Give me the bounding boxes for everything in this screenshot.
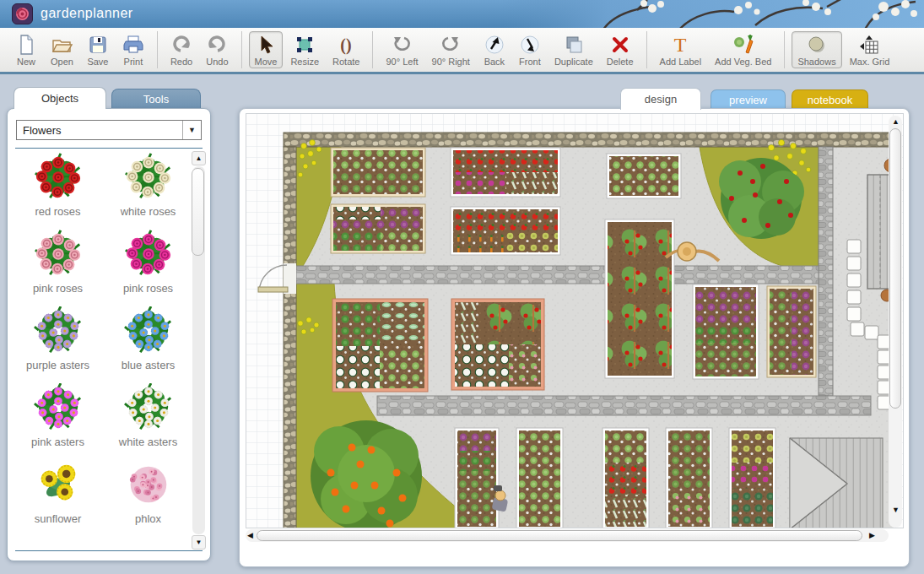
canvas-vertical-scrollbar[interactable]: ▲ ▼ (889, 116, 902, 528)
chevron-down-icon[interactable]: ▼ (182, 121, 201, 139)
rotate-90-left-button[interactable]: 90° Left (380, 31, 424, 68)
toolbar-item-label: Save (87, 57, 109, 67)
duplicate-button[interactable]: Duplicate (548, 31, 599, 68)
plant-item-red-roses[interactable]: red roses (13, 151, 103, 228)
plant-item-pink-roses[interactable]: pink roses (13, 228, 103, 305)
max-grid-button[interactable]: Max. Grid (844, 31, 896, 68)
veg-bed-icon (715, 34, 771, 56)
scroll-left-icon[interactable]: ◀ (247, 530, 253, 541)
toolbar-divider (157, 31, 158, 68)
toolbar-item-label: Add Veg. Bed (715, 57, 771, 67)
veg-bed[interactable] (331, 204, 425, 253)
veg-bed[interactable] (516, 428, 563, 528)
sidebar-scrollbar[interactable]: ▲ ▼ (192, 151, 206, 550)
plant-item-purple-asters[interactable]: purple asters (13, 305, 103, 382)
redo-arrow-icon (170, 34, 192, 56)
veg-bed[interactable] (693, 284, 759, 379)
design-canvas-panel: ▲ ▼ ◀ ▶ (239, 108, 910, 567)
category-dropdown[interactable]: Flowers ▼ (16, 120, 202, 140)
rotate-left-icon (386, 34, 418, 56)
plant-item-dandelion-partial[interactable] (103, 535, 193, 548)
back-button[interactable]: Back (478, 31, 511, 68)
rotate-button[interactable]: ()Rotate (327, 31, 365, 68)
grass-partial-icon (13, 535, 103, 548)
toolbar-item-label: 90° Right (432, 57, 470, 67)
delete-button[interactable]: Delete (601, 31, 640, 68)
shadows-button[interactable]: Shadows (792, 31, 841, 68)
plant-item-blue-asters[interactable]: blue asters (103, 305, 193, 382)
toolbar-item-label: Move (255, 57, 278, 67)
tab-tools[interactable]: Tools (111, 89, 201, 109)
veg-bed[interactable] (451, 299, 544, 390)
scroll-down-icon[interactable]: ▼ (192, 535, 206, 550)
plant-item-white-asters[interactable]: white asters (103, 382, 193, 458)
app-title: gardenplanner (41, 6, 133, 21)
dandelion-partial-icon (103, 535, 193, 548)
plant-item-white-roses[interactable]: white roses (103, 151, 193, 228)
veg-bed[interactable] (767, 286, 816, 377)
add-label-button[interactable]: TAdd Label (654, 31, 708, 68)
move-cursor-icon (255, 34, 278, 56)
scroll-right-icon[interactable]: ▶ (869, 530, 875, 541)
redo-button[interactable]: Redo (165, 31, 198, 68)
plant-item-sunflower[interactable]: sunflower (13, 458, 103, 535)
plant-item-label: white asters (103, 436, 193, 448)
tab-objects[interactable]: Objects (14, 87, 106, 109)
scroll-up-icon[interactable]: ▲ (892, 116, 900, 127)
plant-item-list: red roses white roses (13, 151, 193, 548)
rotate-icon: () (332, 34, 359, 56)
blue-asters-icon (103, 305, 193, 357)
print-button[interactable]: Print (116, 31, 150, 68)
tab-design[interactable]: design (620, 88, 701, 110)
front-button[interactable]: Front (513, 31, 547, 68)
toolbar-item-label: Add Label (660, 57, 702, 67)
veg-bed[interactable] (666, 428, 712, 528)
plant-item-pink-asters[interactable]: pink asters (13, 382, 103, 458)
toolbar-group: NewOpenSavePrint (8, 30, 151, 70)
plant-item-label: purple asters (13, 359, 103, 371)
veg-bed[interactable] (607, 154, 681, 198)
toolbar-divider (372, 31, 373, 68)
plant-item-label: pink asters (13, 436, 103, 448)
scrollbar-thumb[interactable] (192, 168, 204, 256)
move-button[interactable]: Move (249, 31, 284, 68)
tab-preview[interactable]: preview (711, 89, 786, 110)
sunflower-icon (13, 458, 103, 511)
red-roses-icon (13, 151, 103, 203)
toolbar-item-label: Max. Grid (850, 57, 890, 67)
veg-bed[interactable] (332, 299, 428, 392)
max-grid-icon (850, 34, 890, 56)
canvas-horizontal-scrollbar[interactable]: ◀ ▶ (246, 529, 889, 542)
veg-bed[interactable] (451, 148, 560, 197)
title-bar: gardenplanner (0, 0, 924, 28)
text-label-icon: T (660, 34, 702, 56)
garden-shed[interactable] (790, 438, 883, 528)
plant-item-phlox[interactable]: phlox (103, 458, 193, 535)
scroll-up-icon[interactable]: ▲ (192, 151, 206, 165)
toolbar-group: ShadowsMax. Grid (791, 30, 896, 70)
undo-button[interactable]: Undo (200, 31, 234, 68)
orange-tree[interactable] (311, 420, 422, 528)
plant-item-grass-partial[interactable] (13, 535, 103, 548)
scroll-down-icon[interactable]: ▼ (892, 505, 900, 516)
veg-bed[interactable] (605, 219, 674, 378)
veg-bed[interactable] (331, 148, 425, 197)
resize-button[interactable]: Resize (284, 31, 325, 68)
rotate-90-right-button[interactable]: 90° Right (426, 31, 476, 68)
plant-item-pink-roses[interactable]: pink roses (103, 228, 193, 305)
phlox-icon (103, 458, 193, 511)
veg-bed[interactable] (451, 207, 560, 255)
add-veg-bed-button[interactable]: Add Veg. Bed (709, 31, 777, 68)
garden-design-area[interactable] (246, 113, 904, 528)
new-button[interactable]: New (9, 31, 43, 68)
veg-bed[interactable] (602, 428, 649, 528)
toolbar-item-label: Print (122, 57, 144, 67)
toolbar-divider (784, 31, 785, 68)
scrollbar-thumb[interactable] (257, 530, 862, 541)
scrollbar-thumb[interactable] (889, 128, 901, 409)
tab-notebook[interactable]: notebook (792, 89, 868, 110)
save-button[interactable]: Save (81, 31, 115, 68)
veg-bed[interactable] (455, 428, 499, 528)
open-button[interactable]: Open (45, 31, 79, 68)
veg-bed[interactable] (729, 428, 775, 528)
